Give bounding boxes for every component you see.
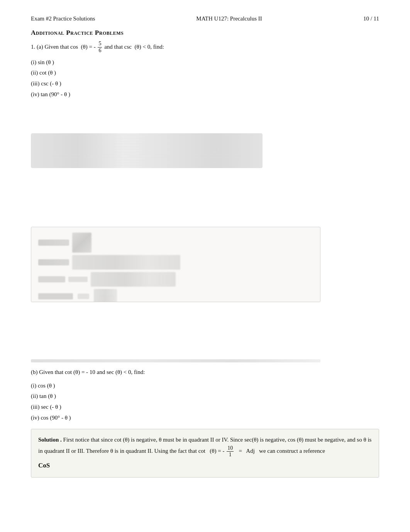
problem-1b: (b) Given that cot (θ) = - 10 and sec (θ…	[31, 367, 379, 377]
fraction-5-6: 5 6	[98, 41, 102, 54]
spacer-5	[31, 332, 379, 355]
part-iii: (iii) csc (- θ )	[31, 78, 379, 89]
hw-row-1	[38, 233, 313, 253]
divider-bar-2	[31, 359, 320, 362]
hw-label-2	[38, 259, 69, 265]
hw-content-2	[72, 255, 180, 270]
part-i: (i) sin (θ )	[31, 57, 379, 68]
header-center: MATH U127: Precalculus II	[95, 15, 363, 22]
problem-1a-parts: (i) sin (θ ) (ii) cot (θ ) (iii) csc (- …	[31, 57, 379, 100]
problem-1b-intro: (b) Given that cot (θ) = - 10 and sec (θ…	[31, 369, 145, 375]
part-ii: (ii) cot (θ )	[31, 68, 379, 78]
solution-prefix: Solution . First notice that since cot (…	[38, 437, 371, 454]
header-right: 10 / 11	[363, 15, 379, 22]
spacer-2	[31, 175, 379, 198]
spacer-4	[31, 309, 379, 332]
part-b-i: (i) cos (θ )	[31, 381, 379, 391]
part-b-ii: (ii) tan (θ )	[31, 391, 379, 402]
hw-row-4	[38, 289, 313, 302]
header-left: Exam #2 Practice Solutions	[31, 15, 95, 22]
handwriting-solution-box	[31, 227, 320, 302]
problem-1a-intro: 1. (a) Given that cos (θ) = - 5 6 and th…	[31, 44, 164, 50]
hw-label-1	[38, 240, 69, 246]
page-header: Exam #2 Practice Solutions MATH U127: Pr…	[31, 15, 379, 22]
part-b-iii: (iii) sec (- θ )	[31, 402, 379, 413]
spacer-3	[31, 198, 379, 221]
problem-1a: 1. (a) Given that cos (θ) = - 5 6 and th…	[31, 41, 379, 54]
spacer-1	[31, 103, 379, 126]
problem-1b-parts: (i) cos (θ ) (ii) tan (θ ) (iii) sec (- …	[31, 381, 379, 423]
part-iv: (iv) tan (90° - θ )	[31, 89, 379, 100]
blurred-bar-1	[31, 133, 263, 168]
section-title: Additional Practice Problems	[31, 29, 379, 37]
solution-fraction: 10 1	[227, 445, 234, 459]
solution-box: Solution . First notice that since cot (…	[31, 429, 379, 478]
hw-row-3	[38, 272, 313, 287]
part-b-iv: (iv) cos (90° - θ )	[31, 413, 379, 423]
hw-row-2	[38, 255, 313, 270]
hw-content-3	[91, 272, 176, 287]
cos-label-text: CoS	[38, 460, 50, 472]
